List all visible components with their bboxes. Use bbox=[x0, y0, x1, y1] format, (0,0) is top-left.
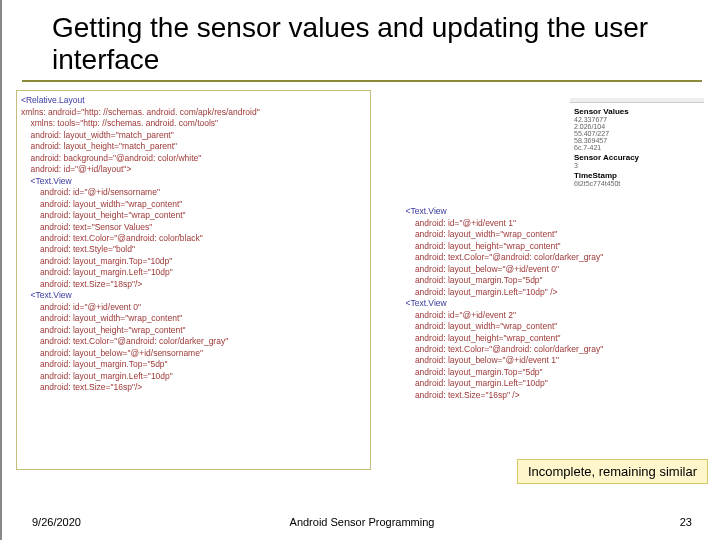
code-line: android: layout_margin.Left="10dp" /> bbox=[396, 287, 558, 297]
footer-date: 9/26/2020 bbox=[32, 516, 81, 528]
slide-title: Getting the sensor values and updating t… bbox=[22, 0, 702, 82]
code-line: android: text.Size="16sp" /> bbox=[396, 390, 520, 400]
code-line: android: layout_margin.Top="5dp" bbox=[396, 275, 543, 285]
code-line: <Text.View bbox=[21, 290, 72, 300]
code-line: android: layout_margin.Left="10dp" bbox=[396, 378, 548, 388]
code-line: android: layout_margin.Top="5dp" bbox=[396, 367, 543, 377]
code-line: android: layout_height="wrap_content" bbox=[21, 210, 186, 220]
code-line: android: layout_height="wrap_content" bbox=[21, 325, 186, 335]
slide: Getting the sensor values and updating t… bbox=[0, 0, 720, 540]
code-line: <Text.View bbox=[396, 298, 447, 308]
footer-page: 23 bbox=[680, 516, 692, 528]
code-line: android: text="Sensor Values" bbox=[21, 222, 152, 232]
code-line: android: layout_width="wrap_content" bbox=[396, 229, 557, 239]
code-line: android: id="@+id/sensorname" bbox=[21, 187, 160, 197]
code-line: android: text.Color="@android: color/dar… bbox=[396, 252, 603, 262]
code-line: android: layout_width="wrap_content" bbox=[396, 321, 557, 331]
code-line: android: background="@android: color/whi… bbox=[21, 153, 201, 163]
code-line: android: text.Size="16sp"/> bbox=[21, 382, 142, 392]
code-line: android: id="@+id/event 0" bbox=[21, 302, 141, 312]
code-line: <Relative.Layout bbox=[21, 95, 85, 105]
code-line: android: text.Style="bold" bbox=[21, 244, 135, 254]
code-line: android: layout_below="@+id/event 1" bbox=[396, 355, 559, 365]
code-line: android: id="@+id/layout"> bbox=[21, 164, 131, 174]
footer: 9/26/2020 Android Sensor Programming 23 bbox=[2, 516, 720, 528]
code-line: android: text.Color="@android: color/bla… bbox=[21, 233, 203, 243]
code-line: android: layout_margin.Top="10dp" bbox=[21, 256, 172, 266]
code-line: android: layout_height="match_parent" bbox=[21, 141, 177, 151]
code-line: android: layout_height="wrap_content" bbox=[396, 241, 561, 251]
code-line: android: layout_margin.Left="10dp" bbox=[21, 267, 173, 277]
code-line: android: text.Color="@android: color/dar… bbox=[396, 344, 603, 354]
code-box-right: <Text.View android: id="@+id/event 1" an… bbox=[396, 206, 676, 401]
footer-center: Android Sensor Programming bbox=[290, 516, 435, 528]
code-line: android: text.Color="@android: color/dar… bbox=[21, 336, 228, 346]
code-line: android: layout_width="match_parent" bbox=[21, 130, 174, 140]
code-line: android: id="@+id/event 1" bbox=[396, 218, 516, 228]
content-area: <Relative.Layoutxmlns: android="http: //… bbox=[16, 90, 708, 480]
code-line: <Text.View bbox=[21, 176, 72, 186]
code-line: android: layout_margin.Left="10dp" bbox=[21, 371, 173, 381]
code-box-left: <Relative.Layoutxmlns: android="http: //… bbox=[16, 90, 371, 470]
code-line: android: layout_height="wrap_content" bbox=[396, 333, 561, 343]
code-line: android: layout_width="wrap_content" bbox=[21, 199, 182, 209]
incomplete-note: Incomplete, remaining similar bbox=[517, 459, 708, 484]
code-line: android: layout_below="@+id/event 0" bbox=[396, 264, 559, 274]
code-line: android: text.Size="18sp"/> bbox=[21, 279, 142, 289]
code-line: android: id="@+id/event 2" bbox=[396, 310, 516, 320]
code-line: xmlns: tools="http: //schemas. android. … bbox=[21, 118, 218, 128]
code-line: android: layout_below="@+id/sensorname" bbox=[21, 348, 203, 358]
code-line: android: layout_width="wrap_content" bbox=[21, 313, 182, 323]
code-line: xmlns: android="http: //schemas. android… bbox=[21, 107, 260, 117]
code-line: android: layout_margin.Top="5dp" bbox=[21, 359, 168, 369]
code-line: <Text.View bbox=[396, 206, 447, 216]
